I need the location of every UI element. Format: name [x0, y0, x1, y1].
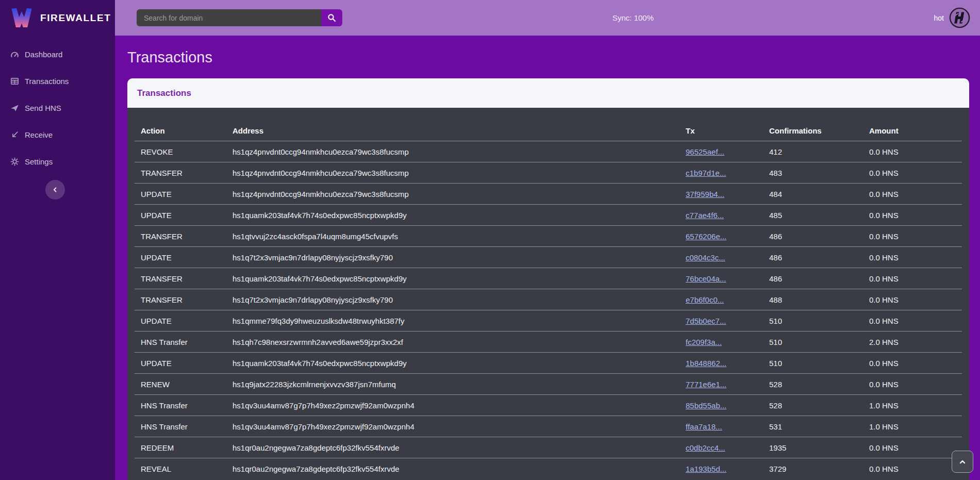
wallet-name-label: hot: [934, 14, 944, 22]
receive-arrow-icon: [10, 130, 19, 139]
table-row: UPDATE hs1qmme79fq3dy9hweuzuslksdw48trwu…: [135, 310, 962, 331]
confirmations-cell: 510: [769, 359, 869, 368]
scroll-to-top-button[interactable]: [952, 451, 973, 473]
sidebar-collapse-button[interactable]: [45, 180, 65, 200]
tx-link[interactable]: 76bce04a...: [686, 274, 726, 283]
search-button[interactable]: [321, 9, 342, 26]
transactions-card: Transactions Action Address Tx Confirmat…: [127, 78, 969, 480]
address-cell: hs1qz4pnvdnt0ccg94nmkhcu0ezca79wc3s8fucs…: [232, 147, 686, 156]
wallet-account: hot: [934, 7, 970, 28]
address-cell: hs1q9jatx22283jzkcmlrnenjxvvzv387jsn7mfu…: [232, 380, 686, 389]
table-row: TRANSFER hs1qz4pnvdnt0ccg94nmkhcu0ezca79…: [135, 162, 962, 183]
column-header-action: Action: [141, 126, 232, 135]
address-cell: hs1qmme79fq3dy9hweuzuslksdw48trwuyhkt387…: [232, 317, 686, 325]
confirmations-cell: 412: [769, 147, 869, 156]
tx-link[interactable]: c0db2cc4...: [686, 443, 725, 452]
confirmations-cell: 510: [769, 317, 869, 325]
sidebar-item-send-hns[interactable]: Send HNS: [0, 94, 115, 121]
confirmations-cell: 486: [769, 253, 869, 262]
sidebar-item-dashboard[interactable]: Dashboard: [0, 41, 115, 68]
amount-cell: 1.0 HNS: [869, 422, 962, 431]
column-header-tx: Tx: [686, 126, 769, 135]
address-cell: hs1qv3uu4amv87g7p7h49xez2pmzwjf92am0wzpn…: [232, 422, 686, 431]
table-icon: [10, 77, 19, 86]
sidebar-item-label: Dashboard: [25, 50, 62, 59]
address-cell: hs1q7t2x3vmjac9n7drlapy08nyjyscjz9xsfky7…: [232, 253, 686, 262]
table-row: TRANSFER hs1qtvvuj2zc4asck0fspa7l4uqm8um…: [135, 225, 962, 246]
amount-cell: 0.0 HNS: [869, 190, 962, 198]
amount-cell: 0.0 HNS: [869, 317, 962, 325]
address-cell: hs1qr0au2ngegwa7za8gdeptc6fp32fkv554fxrv…: [232, 443, 686, 452]
amount-cell: 0.0 HNS: [869, 465, 962, 473]
amount-cell: 0.0 HNS: [869, 295, 962, 304]
address-cell: hs1qtvvuj2zc4asck0fspa7l4uqm8umg45cfvupv…: [232, 232, 686, 241]
search-icon: [327, 13, 336, 22]
sidebar-item-label: Receive: [25, 130, 53, 139]
confirmations-cell: 486: [769, 274, 869, 283]
card-header: Transactions: [127, 78, 969, 108]
gauge-icon: [10, 50, 19, 59]
handshake-logo-icon: [949, 7, 970, 28]
firewallet-logo-icon: [11, 8, 32, 27]
table-row: REDEEM hs1qr0au2ngegwa7za8gdeptc6fp32fkv…: [135, 437, 962, 458]
amount-cell: 0.0 HNS: [869, 380, 962, 389]
confirmations-cell: 484: [769, 190, 869, 198]
tx-link[interactable]: 7d5b0ec7...: [686, 317, 726, 325]
sidebar-item-transactions[interactable]: Transactions: [0, 68, 115, 94]
action-cell: UPDATE: [141, 211, 232, 220]
sidebar-item-settings[interactable]: Settings: [0, 148, 115, 175]
tx-link[interactable]: e7b6f0c0...: [686, 295, 724, 304]
amount-cell: 0.0 HNS: [869, 232, 962, 241]
card-title: Transactions: [137, 88, 191, 98]
action-cell: UPDATE: [141, 317, 232, 325]
tx-link[interactable]: 37f959b4...: [686, 190, 724, 198]
page-title: Transactions: [127, 48, 980, 67]
gear-icon: [10, 157, 19, 166]
confirmations-cell: 483: [769, 169, 869, 177]
tx-link[interactable]: 7771e6e1...: [686, 380, 726, 389]
amount-cell: 0.0 HNS: [869, 147, 962, 156]
confirmations-cell: 531: [769, 422, 869, 431]
domain-search: [137, 9, 342, 26]
tx-link[interactable]: 96525aef...: [686, 147, 724, 156]
sidebar-item-receive[interactable]: Receive: [0, 121, 115, 148]
table-row: REVEAL hs1qr0au2ngegwa7za8gdeptc6fp32fkv…: [135, 458, 962, 479]
search-input[interactable]: [137, 9, 321, 26]
tx-link[interactable]: 85bd55ab...: [686, 401, 726, 410]
address-cell: hs1qz4pnvdnt0ccg94nmkhcu0ezca79wc3s8fucs…: [232, 190, 686, 198]
action-cell: REDEEM: [141, 443, 232, 452]
confirmations-cell: 1935: [769, 443, 869, 452]
address-cell: hs1qv3uu4amv87g7p7h49xez2pmzwjf92am0wzpn…: [232, 401, 686, 410]
action-cell: TRANSFER: [141, 169, 232, 177]
amount-cell: 0.0 HNS: [869, 211, 962, 220]
handshake-logo-button[interactable]: [949, 7, 970, 28]
confirmations-cell: 488: [769, 295, 869, 304]
action-cell: TRANSFER: [141, 274, 232, 283]
column-header-address: Address: [232, 126, 686, 135]
confirmations-cell: 486: [769, 232, 869, 241]
tx-link[interactable]: c1b97d1e...: [686, 169, 726, 177]
tx-link[interactable]: 1b848862...: [686, 359, 726, 368]
sidebar-item-label: Settings: [25, 157, 53, 166]
topbar: Sync: 100% hot: [115, 0, 980, 36]
column-header-confirmations: Confirmations: [769, 126, 869, 135]
sidebar-item-label: Transactions: [25, 77, 69, 86]
tx-link[interactable]: c0804c3c...: [686, 253, 725, 262]
tx-link[interactable]: 1a193b5d...: [686, 465, 726, 473]
action-cell: HNS Transfer: [141, 338, 232, 346]
amount-cell: 0.0 HNS: [869, 169, 962, 177]
table-header-row: Action Address Tx Confirmations Amount: [127, 108, 969, 141]
confirmations-cell: 3729: [769, 465, 869, 473]
tx-link[interactable]: ffaa7a18...: [686, 422, 722, 431]
tx-link[interactable]: 6576206e...: [686, 232, 726, 241]
amount-cell: 1.0 HNS: [869, 401, 962, 410]
amount-cell: 0.0 HNS: [869, 253, 962, 262]
transactions-table: Action Address Tx Confirmations Amount R…: [127, 108, 969, 480]
send-icon: [10, 104, 19, 112]
table-row: TRANSFER hs1q7t2x3vmjac9n7drlapy08nyjysc…: [135, 289, 962, 310]
table-row: HNS Transfer hs1qh7c98nexsrzwrmnh2avved6…: [135, 331, 962, 352]
amount-cell: 0.0 HNS: [869, 443, 962, 452]
tx-link[interactable]: c77ae4f6...: [686, 211, 724, 220]
chevron-left-icon: [52, 186, 59, 193]
tx-link[interactable]: fc209f3a...: [686, 338, 722, 346]
